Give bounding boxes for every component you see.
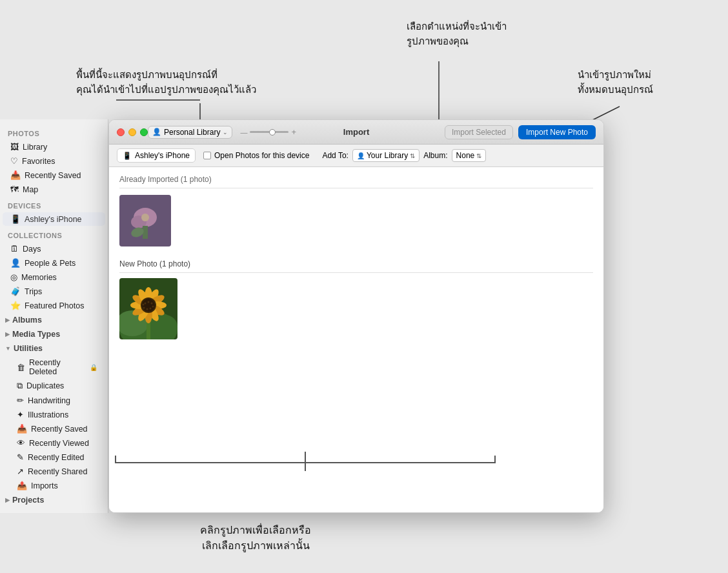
svg-rect-11 [119,195,171,246]
title-bar: 👤 Personal Library ⌄ — + Import Import S… [109,120,603,145]
sidebar-item-memories[interactable]: ◎ Memories [3,270,105,284]
library-dropdown[interactable]: 👤 Your Library ⇅ [352,149,420,162]
sidebar-item-handwriting[interactable]: ✏ Handwriting [3,394,105,407]
annotation-top-left: พื้นที่นี้จะแสดงรูปภาพบนอุปกรณ์ที่ คุณได… [76,68,256,97]
sidebar-item-recently-viewed[interactable]: 👁 Recently Viewed [3,436,105,450]
sidebar-section-collections: Collections [0,226,108,241]
library-chevron-icon: ⌄ [223,129,228,136]
trips-icon: 🧳 [10,286,21,296]
sidebar-item-recently-saved[interactable]: 📥 Recently Saved [3,422,105,436]
sidebar-albums-expand[interactable]: ▶ Albums [0,314,108,327]
days-icon: 🗓 [10,244,19,254]
svg-point-31 [145,303,147,305]
favorites-icon: ♡ [10,156,18,166]
album-dropdown[interactable]: None ⇅ [452,149,487,162]
sidebar-item-favorites[interactable]: ♡ Favorites [3,154,105,168]
illustrations-icon: ✦ [17,410,24,419]
zoom-plus-icon: + [291,127,296,137]
album-dropdown-arrows: ⇅ [476,152,481,159]
sidebar-item-memories-label: Memories [21,273,57,282]
device-tab-iphone[interactable]: 📱 Ashley's iPhone [117,148,196,163]
library-selector-label: Personal Library [164,128,220,137]
utilities-chevron-icon: ▼ [5,345,11,352]
sidebar-item-days[interactable]: 🗓 Days [3,242,105,256]
already-imported-photo[interactable] [119,195,171,246]
library-dropdown-arrows: ⇅ [410,152,415,159]
sidebar-item-library-label: Library [23,143,47,152]
sidebar-albums-label: Albums [12,316,42,325]
sidebar-item-duplicates[interactable]: ⧉ Duplicates [3,379,105,393]
sidebar-section-photos: Photos [0,125,108,139]
sidebar-item-favorites-label: Favorites [22,157,55,166]
import-new-photo-button[interactable]: Import New Photo [518,125,596,139]
sidebar-item-people-pets-label: People & Pets [25,259,76,268]
sidebar-projects-label: Projects [12,496,44,505]
sidebar-item-illustrations[interactable]: ✦ Illustrations [3,408,105,421]
sidebar-item-iphone-label: Ashley's iPhone [25,215,82,224]
import-selected-button[interactable]: Import Selected [445,125,513,139]
sidebar-item-handwriting-label: Handwriting [28,396,70,405]
sidebar-item-featured-photos[interactable]: ⭐ Featured Photos [3,299,105,312]
album-label: Album: [423,151,447,160]
sidebar-utilities-expand[interactable]: ▼ Utilities [0,342,108,355]
sidebar-item-recently-shared[interactable]: ↗ Recently Shared [3,465,105,478]
title-bar-right: Import Selected Import New Photo [445,125,596,139]
sidebar-section-devices: Devices [0,197,108,212]
sidebar: Photos 🖼 Library ♡ Favorites 📥 Recently … [0,119,108,513]
sidebar-item-imports-label: Imports [31,481,58,490]
imports-icon: 📤 [17,481,27,490]
sidebar-item-duplicates-label: Duplicates [26,381,64,390]
person-icon: 👤 [152,128,161,136]
map-icon: 🗺 [10,185,19,194]
new-photo-sunflower[interactable] [119,278,177,339]
zoom-slider[interactable]: — + [240,127,296,137]
recently-deleted-icon: 🗑 [17,363,25,372]
recently-viewed-icon: 👁 [17,438,25,448]
sidebar-item-illustrations-label: Illustrations [28,410,68,419]
sidebar-utilities-label: Utilities [14,344,43,353]
svg-point-35 [150,308,152,310]
sidebar-item-imports[interactable]: 📤 Imports [3,479,105,492]
library-selector[interactable]: 👤 Personal Library ⌄ [148,126,232,139]
recently-saved-top-icon: 📥 [10,170,21,180]
device-tab-label: Ashley's iPhone [135,151,190,160]
iphone-icon: 📱 [10,214,21,224]
sidebar-item-recently-shared-label: Recently Shared [28,467,87,476]
open-photos-label: Open Photos for this device [203,151,309,160]
sidebar-media-types-expand[interactable]: ▶ Media Types [0,328,108,341]
new-photo-section: New Photo (1 photo) [119,259,593,339]
sidebar-item-people-pets[interactable]: 👤 People & Pets [3,256,105,270]
annotation-top-center: เลือกตำแหน่งที่จะนำเข้า รูปภาพของคุณ [407,19,507,48]
album-dropdown-label: None [456,151,475,160]
sidebar-item-recently-edited[interactable]: ✎ Recently Edited [3,450,105,464]
open-photos-checkbox[interactable] [203,152,211,159]
svg-point-33 [151,303,153,305]
slider-thumb [269,129,276,136]
window-title: Import [343,127,369,137]
device-tab-icon: 📱 [123,152,132,160]
projects-chevron-icon: ▶ [5,497,10,503]
sidebar-projects-expand[interactable]: ▶ Projects [0,494,108,507]
close-button[interactable] [117,128,125,136]
sidebar-item-iphone[interactable]: 📱 Ashley's iPhone [3,212,105,226]
svg-point-38 [143,304,145,306]
already-imported-header: Already Imported (1 photo) [119,175,593,188]
library-dropdown-label: Your Library [367,151,408,160]
svg-point-36 [147,308,148,310]
media-types-chevron-icon: ▶ [5,331,10,337]
maximize-button[interactable] [140,128,148,136]
sidebar-item-trips[interactable]: 🧳 Trips [3,285,105,298]
library-dropdown-icon: 👤 [357,152,365,159]
sidebar-item-recently-saved-label: Recently Saved [31,425,88,434]
open-photos-text: Open Photos for this device [214,151,309,160]
sidebar-item-library[interactable]: 🖼 Library [3,140,105,154]
sidebar-item-recently-saved-top[interactable]: 📥 Recently Saved [3,168,105,182]
sidebar-item-map[interactable]: 🗺 Map [3,183,105,196]
duplicates-icon: ⧉ [17,381,23,391]
sidebar-item-recently-deleted[interactable]: 🗑 Recently Deleted 🔒 [3,356,105,378]
minimize-button[interactable] [128,128,136,136]
add-to-section: Add To: 👤 Your Library ⇅ Album: None ⇅ [322,149,486,162]
albums-chevron-icon: ▶ [5,317,10,323]
sidebar-item-recently-deleted-label: Recently Deleted [29,358,86,376]
sidebar-item-recently-edited-label: Recently Edited [28,453,85,462]
